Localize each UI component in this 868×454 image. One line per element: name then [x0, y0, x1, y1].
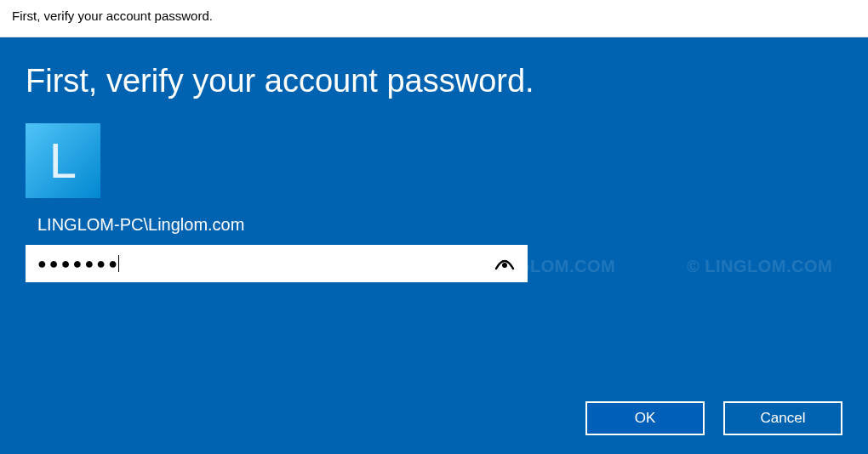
- password-input[interactable]: ●●●●●●●: [37, 255, 494, 273]
- verify-password-dialog: First, verify your account password. L ©…: [0, 37, 868, 454]
- user-avatar: L: [26, 123, 100, 198]
- username-label: LINGLOM-PC\Linglom.com: [37, 215, 842, 235]
- avatar-letter: L: [49, 136, 77, 185]
- title-bar: First, verify your account password.: [0, 0, 868, 37]
- dialog-heading: First, verify your account password.: [26, 63, 842, 99]
- cancel-button[interactable]: Cancel: [723, 401, 842, 435]
- text-cursor: [118, 255, 119, 272]
- dialog-button-row: OK Cancel: [585, 401, 842, 435]
- svg-point-0: [502, 263, 507, 268]
- ok-button[interactable]: OK: [585, 401, 705, 435]
- reveal-password-icon[interactable]: [494, 253, 516, 275]
- title-bar-text: First, verify your account password.: [12, 9, 213, 23]
- password-field-container: ●●●●●●●: [26, 245, 528, 282]
